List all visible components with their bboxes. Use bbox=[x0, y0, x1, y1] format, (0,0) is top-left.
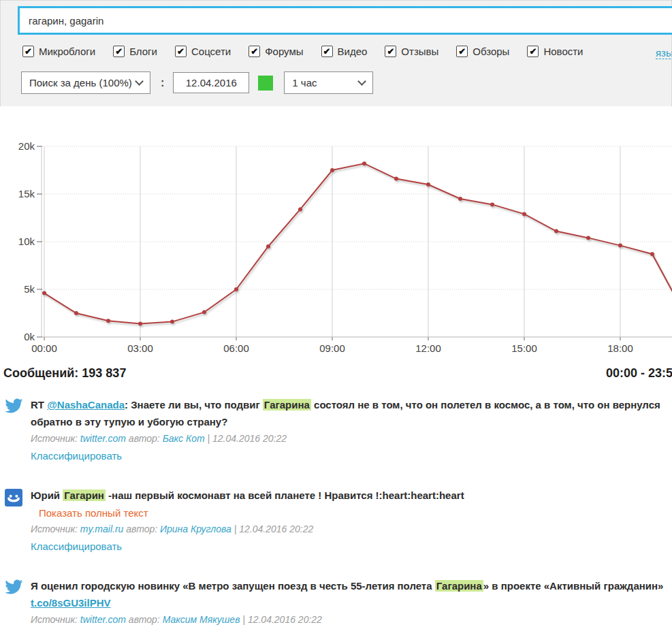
source-filter-row: ✔ Микроблоги ✔ Блоги ✔ Соцсети ✔ Форумы … bbox=[22, 46, 601, 57]
message-source-line: Источник: my.mail.ru автор: Ирина Кругло… bbox=[31, 523, 672, 536]
message-text-part: -наш первый космонавт на всей планете ! … bbox=[106, 489, 464, 501]
filter-forums[interactable]: ✔ Форумы bbox=[249, 46, 303, 57]
svg-text:09:00: 09:00 bbox=[319, 342, 345, 354]
search-mode-select[interactable]: Поиск за день (100%) bbox=[21, 71, 150, 94]
messages-timeline-chart: 00:0003:0006:0009:0012:0015:0018:000k5k1… bbox=[0, 129, 672, 357]
message-item: RT @NashaCanada: Знаете ли вы, что подви… bbox=[0, 396, 672, 462]
filter-label: Блоги bbox=[129, 46, 157, 57]
author-link[interactable]: Максим Мякушев bbox=[163, 614, 240, 625]
keyword-highlight: Гагарина bbox=[435, 580, 483, 592]
svg-text:0k: 0k bbox=[24, 331, 35, 342]
mention-link[interactable]: @NashaCanada bbox=[47, 399, 125, 411]
author-label: автор: bbox=[129, 614, 160, 625]
author-label: автор: bbox=[129, 433, 160, 444]
filter-label: Новости bbox=[543, 46, 583, 57]
filter-news[interactable]: ✔ Новости bbox=[527, 46, 583, 57]
messages-count-value: 193 837 bbox=[82, 366, 126, 380]
twitter-icon bbox=[0, 396, 31, 462]
author-link[interactable]: Ирина Круглова bbox=[160, 524, 231, 534]
message-item: Юрий Гагарин -наш первый космонавт на вс… bbox=[0, 487, 672, 553]
source-site-link[interactable]: twitter.com bbox=[80, 614, 126, 625]
message-item: Я оценил городскую новинку «В метро запу… bbox=[0, 577, 672, 626]
source-label: Источник: bbox=[31, 614, 78, 625]
twitter-icon bbox=[0, 577, 31, 626]
message-text-part: : Знаете ли вы, что подвиг bbox=[125, 399, 263, 411]
filter-label: Видео bbox=[338, 46, 368, 57]
svg-text:10k: 10k bbox=[18, 236, 35, 247]
interval-select[interactable]: 1 час bbox=[284, 71, 373, 94]
chevron-down-icon bbox=[135, 77, 144, 86]
interval-value: 1 час bbox=[292, 77, 317, 89]
message-text-part: Я оценил городскую новинку «В метро запу… bbox=[31, 580, 435, 592]
moimir-icon bbox=[0, 487, 31, 553]
checkbox-checked-icon[interactable]: ✔ bbox=[456, 46, 468, 57]
messages-list: RT @NashaCanada: Знаете ли вы, что подви… bbox=[0, 396, 672, 626]
filter-label: Отзывы bbox=[401, 46, 438, 57]
svg-text:00:00: 00:00 bbox=[31, 342, 57, 354]
svg-text:18:00: 18:00 bbox=[607, 342, 633, 354]
filter-microblogs[interactable]: ✔ Микроблоги bbox=[22, 46, 95, 57]
svg-text:06:00: 06:00 bbox=[223, 342, 249, 354]
author-label: автор: bbox=[126, 524, 157, 534]
time-range: 00:00 - 23:59 bbox=[606, 366, 672, 381]
source-site-link[interactable]: twitter.com bbox=[80, 433, 126, 444]
source-label: Источник: bbox=[31, 433, 78, 444]
shortened-url-link[interactable]: t.co/8sGU3ilPHV bbox=[31, 597, 111, 609]
search-mode-value: Поиск за день (100%) bbox=[29, 77, 132, 89]
message-text-part: Юрий bbox=[31, 489, 63, 501]
languages-link[interactable]: языки bbox=[656, 47, 672, 59]
search-input[interactable] bbox=[18, 6, 672, 35]
results-header: Сообщений: 193 837 00:00 - 23:59 bbox=[0, 366, 672, 383]
chevron-down-icon bbox=[357, 77, 366, 86]
keyword-highlight: Гагарин bbox=[63, 489, 106, 501]
status-green-swatch bbox=[258, 76, 273, 91]
checkbox-checked-icon[interactable]: ✔ bbox=[385, 46, 396, 57]
svg-text:12:00: 12:00 bbox=[415, 342, 441, 354]
message-body: RT @NashaCanada: Знаете ли вы, что подви… bbox=[31, 396, 672, 462]
separator-colon: : bbox=[161, 77, 164, 89]
message-text-part: » в проекте «Активный гражданин» bbox=[483, 580, 664, 592]
checkbox-checked-icon[interactable]: ✔ bbox=[22, 46, 34, 57]
filter-label: Обзоры bbox=[473, 46, 509, 57]
message-text: Я оценил городскую новинку «В метро запу… bbox=[31, 577, 672, 611]
svg-text:5k: 5k bbox=[24, 283, 35, 295]
meta-separator: | bbox=[231, 524, 239, 534]
author-link[interactable]: Бакс Кот bbox=[163, 433, 205, 444]
show-full-text-link[interactable]: Показать полный текст bbox=[39, 507, 148, 519]
keyword-highlight: Гагарина bbox=[263, 399, 311, 411]
message-text: Юрий Гагарин -наш первый космонавт на вс… bbox=[31, 487, 672, 504]
checkbox-checked-icon[interactable]: ✔ bbox=[175, 46, 187, 57]
message-datetime: 12.04.2016 20:22 bbox=[212, 433, 287, 444]
messages-count-label: Сообщений: bbox=[3, 366, 78, 380]
date-input[interactable] bbox=[173, 72, 249, 93]
filter-reviews[interactable]: ✔ Отзывы bbox=[385, 46, 438, 57]
filter-overviews[interactable]: ✔ Обзоры bbox=[456, 46, 509, 57]
checkbox-checked-icon[interactable]: ✔ bbox=[113, 46, 125, 57]
search-toolbar: ✔ Микроблоги ✔ Блоги ✔ Соцсети ✔ Форумы … bbox=[0, 0, 672, 106]
filter-label: Соцсети bbox=[191, 46, 231, 57]
classify-link[interactable]: Классифицировать bbox=[31, 450, 122, 462]
message-source-line: Источник: twitter.com автор: Максим Мяку… bbox=[31, 613, 672, 626]
message-datetime: 12.04.2016 20:22 bbox=[239, 524, 313, 534]
message-text: RT @NashaCanada: Знаете ли вы, что подви… bbox=[31, 396, 672, 430]
filter-blogs[interactable]: ✔ Блоги bbox=[113, 46, 157, 57]
svg-text:15k: 15k bbox=[18, 188, 35, 199]
search-controls-row: Поиск за день (100%) : 1 час bbox=[21, 71, 373, 94]
message-body: Я оценил городскую новинку «В метро запу… bbox=[31, 577, 672, 626]
checkbox-checked-icon[interactable]: ✔ bbox=[527, 46, 539, 57]
checkbox-checked-icon[interactable]: ✔ bbox=[321, 46, 333, 57]
message-datetime: 12.04.2016 20:22 bbox=[248, 614, 322, 625]
checkbox-checked-icon[interactable]: ✔ bbox=[249, 46, 260, 57]
filter-label: Микроблоги bbox=[39, 46, 95, 57]
svg-text:15:00: 15:00 bbox=[511, 342, 537, 354]
message-source-line: Источник: twitter.com автор: Бакс Кот | … bbox=[31, 432, 672, 445]
meta-separator: | bbox=[205, 433, 212, 444]
filter-social-networks[interactable]: ✔ Соцсети bbox=[175, 46, 231, 57]
source-site-link[interactable]: my.mail.ru bbox=[80, 524, 124, 534]
source-label: Источник: bbox=[31, 524, 78, 534]
classify-link[interactable]: Классифицировать bbox=[31, 541, 122, 552]
svg-text:03:00: 03:00 bbox=[127, 342, 153, 354]
filter-video[interactable]: ✔ Видео bbox=[321, 46, 368, 57]
chart-section: 00:0003:0006:0009:0012:0015:0018:000k5k1… bbox=[0, 129, 672, 357]
svg-text:20k: 20k bbox=[18, 140, 35, 152]
